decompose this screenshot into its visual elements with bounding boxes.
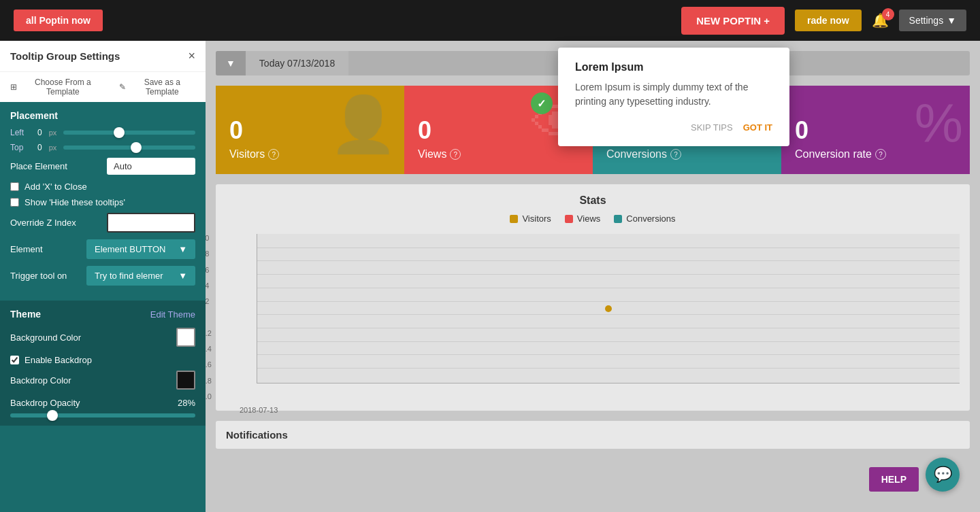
show-hide-row: Show 'Hide these tooltips' [10, 197, 195, 207]
tooltip-dialog: Lorem Ipsum Lorem Ipsum is simply dummy … [558, 48, 789, 146]
show-hide-label: Show 'Hide these tooltips' [24, 197, 125, 207]
left-slider[interactable] [63, 131, 195, 135]
views-help-icon[interactable]: ? [450, 149, 461, 160]
visitors-value: 0 [229, 116, 391, 145]
trigger-chevron-icon: ▼ [178, 271, 187, 281]
notifications-panel: Notifications [216, 421, 970, 449]
enable-backdrop-label: Enable Backdrop [24, 355, 92, 365]
visitors-card: 👤 0 Visitors ? [216, 86, 404, 174]
chart-y-labels: 1.0 0.8 0.6 0.4 0.2 0 -0.2 -0.4 -0.6 -0.… [206, 234, 212, 400]
visitors-help-icon[interactable]: ? [268, 149, 279, 160]
bottom-row: Notifications [216, 421, 970, 449]
theme-section: Theme Edit Theme Background Color Enable… [0, 301, 206, 426]
placement-title: Placement [10, 110, 195, 121]
opacity-slider-thumb [47, 410, 58, 421]
save-template-label: Save as a Template [129, 78, 195, 97]
legend-views: Views [565, 214, 600, 224]
got-it-button[interactable]: GOT IT [743, 122, 772, 133]
enable-backdrop-checkbox[interactable] [10, 356, 19, 364]
skip-tips-button[interactable]: SKIP TIPS [691, 122, 733, 133]
override-z-row: Override Z Index [10, 213, 195, 233]
notifications-icon[interactable]: 🔔 4 [872, 12, 889, 29]
enable-backdrop-row: Enable Backdrop [10, 355, 195, 365]
opacity-slider[interactable] [10, 413, 195, 417]
settings-label: Settings [909, 15, 944, 26]
legend-conversions-dot [614, 215, 622, 223]
top-slider-thumb [131, 142, 142, 153]
chart-container: Stats Visitors Views Conversions 1.0 0.8… [216, 184, 970, 411]
conversion-rate-help-icon[interactable]: ? [875, 149, 886, 160]
legend-views-dot [565, 215, 573, 223]
sidebar-header: Tooltip Group Settings × [0, 41, 206, 71]
bg-color-swatch[interactable] [176, 328, 195, 347]
add-x-close-checkbox[interactable] [10, 182, 19, 191]
choose-template-label: Choose From a Template [20, 78, 105, 97]
chart-data-dot [605, 305, 612, 312]
cta-button[interactable]: all Poptin now [14, 10, 103, 31]
confirm-button[interactable]: ✓ [531, 92, 553, 114]
choose-template-button[interactable]: ⊞ Choose From a Template [10, 78, 105, 97]
tooltip-dialog-title: Lorem Ipsum [575, 61, 772, 73]
backdrop-color-swatch[interactable] [176, 371, 195, 390]
grid-line [257, 301, 960, 302]
override-z-label: Override Z Index [10, 218, 76, 228]
sidebar: Tooltip Group Settings × ⊞ Choose From a… [0, 41, 206, 512]
conversion-rate-value: 0 [795, 116, 956, 145]
legend-visitors-dot [510, 215, 518, 223]
chat-button[interactable]: 💬 [926, 458, 960, 492]
left-value: 0 [37, 128, 42, 137]
grid-line [257, 328, 960, 328]
override-z-input[interactable] [107, 213, 195, 233]
left-slider-thumb [114, 127, 125, 138]
opacity-row: Backdrop Opacity 28% [10, 398, 195, 408]
grid-line [257, 368, 960, 369]
left-unit: px [49, 129, 57, 137]
new-poptin-button[interactable]: NEW POPTIN + [681, 7, 785, 35]
help-button[interactable]: HELP [869, 467, 919, 492]
conversions-help-icon[interactable]: ? [670, 149, 681, 160]
placement-section: Placement Left 0 px Top 0 px Place Eleme… [0, 102, 206, 301]
element-row: Element Element BUTTON ▼ [10, 239, 195, 259]
trigger-dropdown[interactable]: Try to find elemer ▼ [86, 266, 195, 286]
chart-title: Stats [226, 194, 960, 207]
place-element-input[interactable] [107, 158, 195, 175]
bg-color-row: Background Color [10, 328, 195, 347]
add-x-close-label: Add 'X' to Close [24, 182, 87, 192]
conversion-rate-card: % 0 Conversion rate ? [781, 86, 970, 174]
settings-button[interactable]: Settings ▼ [899, 10, 966, 31]
placement-left-row: Left 0 px [10, 128, 195, 137]
top-slider[interactable] [63, 146, 195, 150]
legend-conversions-label: Conversions [626, 214, 675, 224]
element-dropdown[interactable]: Element BUTTON ▼ [86, 239, 195, 259]
top-label: Top [10, 143, 31, 152]
notif-badge: 4 [882, 8, 894, 20]
element-chevron-icon: ▼ [178, 244, 187, 254]
add-x-close-row: Add 'X' to Close [10, 182, 195, 192]
edit-theme-link[interactable]: Edit Theme [150, 309, 195, 320]
opacity-value: 28% [178, 398, 195, 408]
conversions-label: Conversions ? [606, 148, 768, 160]
show-hide-checkbox[interactable] [10, 198, 19, 207]
chart-x-label: 2018-07-13 [240, 406, 278, 414]
grid-line [257, 314, 960, 315]
visitors-label: Visitors ? [229, 148, 391, 160]
template-icon: ⊞ [10, 82, 17, 92]
left-label: Left [10, 128, 31, 137]
tooltip-dialog-actions: SKIP TIPS GOT IT [575, 122, 772, 133]
top-value: 0 [37, 143, 42, 152]
legend-conversions: Conversions [614, 214, 675, 224]
tooltip-dialog-body: Lorem Ipsum is simply dummy text of the … [575, 80, 772, 109]
grid-line [257, 341, 960, 342]
sidebar-title: Tooltip Group Settings [10, 50, 120, 62]
upgrade-button[interactable]: rade now [795, 10, 861, 31]
element-label: Element [10, 244, 43, 254]
sidebar-close-button[interactable]: × [188, 49, 195, 63]
trigger-value: Try to find elemer [95, 271, 163, 281]
date-dropdown-icon: ▼ [226, 58, 235, 69]
save-template-button[interactable]: ✎ Save as a Template [119, 78, 195, 97]
date-dropdown[interactable]: ▼ [216, 51, 246, 75]
grid-line [257, 248, 960, 248]
settings-chevron-icon: ▼ [947, 15, 956, 26]
date-value: Today 07/13/2018 [246, 51, 348, 75]
grid-line [257, 260, 960, 261]
